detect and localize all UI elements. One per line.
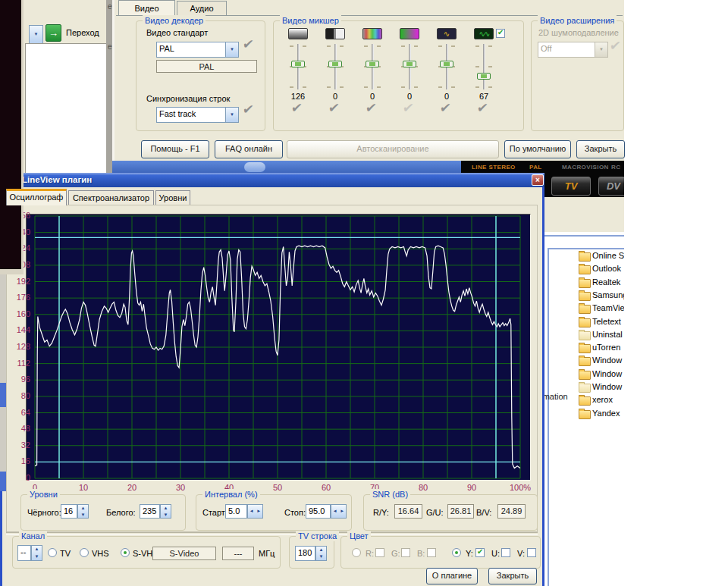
mixer-enable-checkbox[interactable] xyxy=(496,29,505,38)
tab-audio[interactable]: Аудио xyxy=(177,1,227,16)
mhz-label: МГц xyxy=(259,549,275,558)
apply-check-icon[interactable]: ✔ xyxy=(402,100,415,116)
list-item[interactable]: Window xyxy=(576,355,624,368)
close-icon[interactable]: × xyxy=(532,174,544,186)
list-item[interactable]: Teletext xyxy=(576,316,624,329)
rgb-mode-radio[interactable] xyxy=(352,548,361,557)
black-level-field[interactable]: 16 xyxy=(61,504,77,519)
yuv-checkbox[interactable] xyxy=(475,548,485,557)
folder-icon xyxy=(579,396,591,406)
stop-label: Стоп: xyxy=(284,508,306,517)
list-item[interactable]: TeamVie xyxy=(576,302,624,315)
apply-check-icon[interactable]: ✔ xyxy=(242,102,255,118)
list-item[interactable]: Yandex xyxy=(576,408,624,421)
yuv-checkbox[interactable] xyxy=(501,548,510,557)
tv-line-field[interactable]: 180 xyxy=(295,546,315,561)
background-toolbar-window: → Переход xyxy=(24,0,112,174)
address-combo-dropdown[interactable] xyxy=(29,25,43,44)
slider-tick xyxy=(327,86,331,88)
slider-thumb[interactable] xyxy=(291,61,305,67)
radio-label-tv: TV xyxy=(60,549,71,558)
folder-icon xyxy=(579,265,591,274)
radio-vhs[interactable] xyxy=(80,548,89,557)
list-item[interactable]: Window xyxy=(576,368,624,381)
slider-thumb[interactable] xyxy=(440,61,453,67)
start-spinner[interactable]: ◄► xyxy=(247,504,263,519)
radio-tv[interactable] xyxy=(48,548,57,557)
yuv-mode-radio[interactable] xyxy=(452,548,461,557)
titlebar-knob xyxy=(244,162,265,172)
list-item[interactable]: Window xyxy=(576,381,624,394)
video-standard-combo[interactable]: PAL xyxy=(156,42,239,58)
folder-name: Window xyxy=(592,382,622,391)
combo-dropdown-icon[interactable] xyxy=(225,108,238,122)
window-fragment xyxy=(0,472,6,491)
start-field[interactable]: 5.0 xyxy=(225,504,247,519)
tab-video[interactable]: Видео xyxy=(118,0,175,16)
list-item[interactable]: Online S xyxy=(576,250,624,263)
folder-icon xyxy=(579,384,591,393)
tv-line-spinner[interactable]: ▲▼ xyxy=(315,546,327,561)
explorer-pane-border xyxy=(548,249,549,586)
faq-online-button[interactable]: FAQ онлайн xyxy=(215,140,283,158)
tab-spectrum-analyzer[interactable]: Спектроанализатор xyxy=(68,190,154,205)
folder-name: Teletext xyxy=(592,317,621,326)
sync-combo[interactable]: Fast track xyxy=(156,107,239,123)
help-button[interactable]: Помощь - F1 xyxy=(141,140,209,158)
slider-thumb[interactable] xyxy=(328,61,342,67)
slider-tick xyxy=(327,45,331,47)
slider-thumb[interactable] xyxy=(477,73,491,80)
slider-thumb[interactable] xyxy=(403,61,416,67)
list-item[interactable]: Realtek xyxy=(576,277,624,290)
folder-name: Uninstal xyxy=(592,330,623,339)
tv-mode-button[interactable]: TV xyxy=(551,177,591,196)
slider-tick xyxy=(438,45,442,47)
folder-name: uTorren xyxy=(592,343,620,352)
tab-oscillograph[interactable]: Осциллограф xyxy=(6,189,67,205)
tab-levels[interactable]: Уровни xyxy=(155,190,190,205)
contrast-icon xyxy=(325,28,345,39)
channel-combo[interactable]: -- xyxy=(17,545,31,561)
window-border xyxy=(542,187,544,586)
noise-reduction-combo: Off xyxy=(538,42,608,58)
list-item[interactable]: Outlook xyxy=(576,263,624,276)
apply-check-icon[interactable]: ✔ xyxy=(290,100,303,116)
white-level-spinner[interactable]: ▲▼ xyxy=(160,504,171,519)
channel-spinner[interactable]: ▲▼ xyxy=(31,545,42,561)
list-item[interactable]: xerox xyxy=(576,394,624,407)
video-extensions-group: Видео расширения 2D шумоподавление Off ✔ xyxy=(531,20,624,131)
stop-field[interactable]: 95.0 xyxy=(306,504,331,519)
white-level-field[interactable]: 235 xyxy=(140,504,160,519)
go-button[interactable]: → xyxy=(46,24,61,42)
apply-check-icon[interactable]: ✔ xyxy=(365,100,378,116)
list-item[interactable]: Samsung xyxy=(576,290,624,302)
list-pane[interactable] xyxy=(25,43,107,174)
close-plugin-button[interactable]: Закрыть xyxy=(488,568,537,584)
radio-s-vhs[interactable] xyxy=(121,548,130,557)
apply-check-icon[interactable]: ✔ xyxy=(242,36,255,52)
list-item[interactable]: uTorren xyxy=(576,342,624,355)
black-level-spinner[interactable]: ▲▼ xyxy=(77,504,89,519)
defaults-button[interactable]: По умолчанию xyxy=(504,140,571,158)
slider-tick xyxy=(290,45,293,47)
folder-icon xyxy=(579,344,591,353)
apply-check-icon[interactable]: ✔ xyxy=(476,100,489,116)
video-standard-value: PAL xyxy=(159,44,174,53)
about-plugin-button[interactable]: О плагине xyxy=(426,568,478,584)
levels-group: Уровни Чёрного: 16 ▲▼ Белого: 235 ▲▼ xyxy=(20,494,186,531)
dv-mode-button[interactable]: DV xyxy=(598,177,624,196)
video-standard-label: Видео стандарт xyxy=(146,28,208,37)
yuv-checkbox[interactable] xyxy=(527,548,536,557)
rgb-label: B: xyxy=(417,549,425,558)
list-item[interactable]: Uninstal xyxy=(576,329,624,342)
start-label: Старт: xyxy=(202,508,228,517)
combo-dropdown-icon[interactable] xyxy=(225,42,238,57)
slider-thumb[interactable] xyxy=(366,61,379,67)
close-settings-button[interactable]: Закрыть xyxy=(576,140,625,158)
apply-check-icon[interactable]: ✔ xyxy=(439,100,452,116)
lineview-titlebar[interactable]: LineView плагин × xyxy=(0,173,544,187)
stop-spinner[interactable]: ◄► xyxy=(331,504,347,519)
slider-tick xyxy=(340,86,344,88)
video-extensions-group-title: Видео расширения xyxy=(538,15,617,26)
apply-check-icon[interactable]: ✔ xyxy=(328,100,340,116)
